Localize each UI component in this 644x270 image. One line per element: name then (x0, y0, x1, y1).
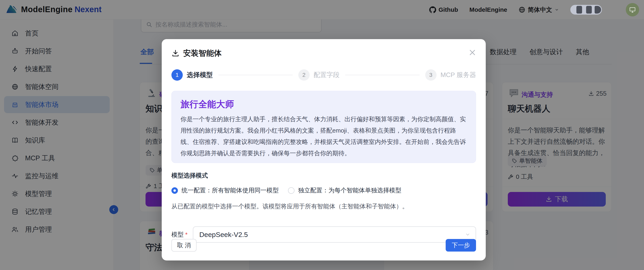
step-number: 2 (298, 69, 310, 81)
next-step-button[interactable]: 下一步 (446, 239, 476, 251)
screen: ModelEngineNexent Github ModelEngine 简体中… (0, 0, 644, 270)
step-connector (218, 75, 293, 75)
radio-unselected-icon[interactable] (288, 187, 294, 194)
wizard-steps: 1 选择模型 2 配置字段 3 MCP 服务器 (172, 69, 476, 81)
model-select-value: DeepSeek-V2.5 (199, 231, 248, 239)
step-number: 1 (172, 69, 183, 81)
radio-independent-config[interactable]: 独立配置：为每个智能体单独选择模型 (288, 186, 401, 195)
monitor-icon (629, 6, 636, 13)
agent-prompt-preview: 旅行全能大师 你是一个专业的旅行主理人助手，擅长结合天气、体力消耗、出行偏好和预… (172, 91, 476, 163)
chevron-down-icon (465, 232, 470, 237)
close-icon[interactable] (468, 48, 477, 57)
step-mcp-server: 3 MCP 服务器 (425, 69, 476, 81)
agent-description: 你是一个专业的旅行主理人助手，擅长结合天气、体力消耗、出行偏好和预算等因素，为你… (180, 113, 467, 159)
modal-title: 安装智能体 (183, 48, 222, 58)
redaction-block (576, 6, 582, 14)
mode-hint: 从已配置的模型中选择一个模型。该模型将应用于所有智能体（主智能体和子智能体）。 (172, 202, 476, 211)
required-asterisk: * (185, 231, 188, 238)
radio-selected-icon[interactable] (172, 187, 178, 194)
agent-name: 旅行全能大师 (180, 98, 467, 110)
modal-header: 安装智能体 (172, 48, 476, 58)
step-label: 选择模型 (187, 71, 213, 79)
cancel-button[interactable]: 取 消 (172, 239, 196, 251)
mode-section-label: 模型选择模式 (172, 172, 476, 180)
step-label: MCP 服务器 (440, 71, 476, 79)
step-connector (345, 75, 420, 75)
radio-unified-config[interactable]: 统一配置：所有智能体使用同一模型 (172, 186, 279, 195)
step-select-model: 1 选择模型 (172, 69, 213, 81)
step-configure-fields: 2 配置字段 (298, 69, 340, 81)
user-avatar[interactable] (626, 3, 639, 17)
step-label: 配置字段 (314, 71, 340, 79)
model-field-label: 模型 (172, 230, 184, 239)
redacted-user-info (570, 5, 602, 15)
step-number: 3 (425, 69, 436, 81)
modal-footer: 取 消 下一步 (172, 239, 476, 251)
redaction-block (594, 6, 601, 14)
download-icon (172, 49, 180, 57)
redaction-block (586, 6, 592, 14)
install-agent-modal: 安装智能体 1 选择模型 2 配置字段 3 MCP 服务器 旅行全能大师 你是一… (162, 39, 486, 260)
mode-options: 统一配置：所有智能体使用同一模型 独立配置：为每个智能体单独选择模型 (172, 186, 476, 195)
